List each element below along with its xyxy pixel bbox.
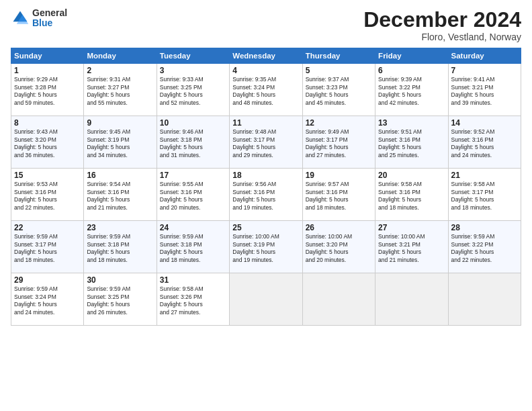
day-detail: Sunrise: 9:52 AM Sunset: 3:16 PM Dayligh… — [451, 128, 518, 159]
day-number: 15 — [14, 171, 81, 180]
day-cell: 17Sunrise: 9:55 AM Sunset: 3:16 PM Dayli… — [157, 169, 229, 221]
day-number: 4 — [232, 66, 299, 75]
day-number: 9 — [87, 118, 153, 128]
day-number: 22 — [14, 223, 81, 232]
week-row-1: 1Sunrise: 9:29 AM Sunset: 3:28 PM Daylig… — [11, 64, 521, 116]
day-cell — [448, 273, 521, 326]
day-detail: Sunrise: 9:37 AM Sunset: 3:23 PM Dayligh… — [306, 76, 372, 107]
week-row-3: 15Sunrise: 9:53 AM Sunset: 3:16 PM Dayli… — [11, 169, 521, 221]
day-cell: 16Sunrise: 9:54 AM Sunset: 3:16 PM Dayli… — [84, 169, 157, 221]
day-cell: 26Sunrise: 10:00 AM Sunset: 3:20 PM Dayl… — [302, 221, 375, 273]
day-number: 13 — [378, 118, 445, 128]
header: General Blue December 2024 Floro, Vestla… — [11, 8, 521, 42]
day-number: 21 — [451, 171, 518, 180]
day-detail: Sunrise: 9:53 AM Sunset: 3:16 PM Dayligh… — [14, 181, 81, 212]
day-number: 30 — [87, 275, 153, 285]
day-number: 14 — [451, 118, 518, 128]
day-detail: Sunrise: 10:00 AM Sunset: 3:21 PM Daylig… — [378, 233, 445, 264]
page: General Blue December 2024 Floro, Vestla… — [0, 0, 532, 411]
col-header-tuesday: Tuesday — [157, 48, 229, 64]
day-detail: Sunrise: 10:00 AM Sunset: 3:19 PM Daylig… — [232, 233, 299, 264]
day-detail: Sunrise: 9:35 AM Sunset: 3:24 PM Dayligh… — [232, 76, 299, 107]
day-cell — [230, 273, 302, 326]
day-detail: Sunrise: 9:59 AM Sunset: 3:22 PM Dayligh… — [451, 233, 518, 264]
day-detail: Sunrise: 9:29 AM Sunset: 3:28 PM Dayligh… — [14, 76, 81, 107]
day-cell: 3Sunrise: 9:33 AM Sunset: 3:25 PM Daylig… — [157, 64, 229, 116]
day-number: 6 — [378, 66, 445, 75]
day-detail: Sunrise: 9:39 AM Sunset: 3:22 PM Dayligh… — [378, 76, 445, 107]
day-cell: 20Sunrise: 9:58 AM Sunset: 3:16 PM Dayli… — [375, 169, 448, 221]
day-cell: 7Sunrise: 9:41 AM Sunset: 3:21 PM Daylig… — [448, 64, 521, 116]
day-cell: 12Sunrise: 9:49 AM Sunset: 3:17 PM Dayli… — [302, 116, 375, 169]
day-number: 1 — [14, 66, 81, 75]
day-detail: Sunrise: 9:58 AM Sunset: 3:26 PM Dayligh… — [160, 285, 226, 316]
day-number: 2 — [87, 66, 153, 75]
week-row-5: 29Sunrise: 9:59 AM Sunset: 3:24 PM Dayli… — [11, 273, 521, 326]
day-cell: 22Sunrise: 9:59 AM Sunset: 3:17 PM Dayli… — [11, 221, 84, 273]
col-header-sunday: Sunday — [11, 48, 84, 64]
logo-icon — [11, 9, 30, 28]
col-header-thursday: Thursday — [302, 48, 375, 64]
day-number: 17 — [160, 171, 226, 180]
col-header-monday: Monday — [84, 48, 157, 64]
day-cell: 19Sunrise: 9:57 AM Sunset: 3:16 PM Dayli… — [302, 169, 375, 221]
day-cell: 24Sunrise: 9:59 AM Sunset: 3:18 PM Dayli… — [157, 221, 229, 273]
day-detail: Sunrise: 9:55 AM Sunset: 3:16 PM Dayligh… — [160, 181, 226, 212]
calendar-table: SundayMondayTuesdayWednesdayThursdayFrid… — [11, 48, 521, 326]
day-number: 16 — [87, 171, 153, 180]
day-cell: 28Sunrise: 9:59 AM Sunset: 3:22 PM Dayli… — [448, 221, 521, 273]
day-detail: Sunrise: 10:00 AM Sunset: 3:20 PM Daylig… — [306, 233, 372, 264]
day-detail: Sunrise: 9:41 AM Sunset: 3:21 PM Dayligh… — [451, 76, 518, 107]
day-cell: 30Sunrise: 9:59 AM Sunset: 3:25 PM Dayli… — [84, 273, 157, 326]
day-cell: 23Sunrise: 9:59 AM Sunset: 3:18 PM Dayli… — [84, 221, 157, 273]
day-cell: 11Sunrise: 9:48 AM Sunset: 3:17 PM Dayli… — [230, 116, 302, 169]
day-cell: 10Sunrise: 9:46 AM Sunset: 3:18 PM Dayli… — [157, 116, 229, 169]
day-cell: 1Sunrise: 9:29 AM Sunset: 3:28 PM Daylig… — [11, 64, 84, 116]
day-number: 5 — [306, 66, 372, 75]
day-detail: Sunrise: 9:51 AM Sunset: 3:16 PM Dayligh… — [378, 128, 445, 159]
week-row-2: 8Sunrise: 9:43 AM Sunset: 3:20 PM Daylig… — [11, 116, 521, 169]
day-detail: Sunrise: 9:59 AM Sunset: 3:18 PM Dayligh… — [160, 233, 226, 264]
day-number: 31 — [160, 275, 226, 285]
day-detail: Sunrise: 9:59 AM Sunset: 3:25 PM Dayligh… — [87, 285, 153, 316]
day-cell — [375, 273, 448, 326]
day-cell: 2Sunrise: 9:31 AM Sunset: 3:27 PM Daylig… — [84, 64, 157, 116]
day-cell: 14Sunrise: 9:52 AM Sunset: 3:16 PM Dayli… — [448, 116, 521, 169]
day-cell: 5Sunrise: 9:37 AM Sunset: 3:23 PM Daylig… — [302, 64, 375, 116]
col-header-friday: Friday — [375, 48, 448, 64]
day-cell: 4Sunrise: 9:35 AM Sunset: 3:24 PM Daylig… — [230, 64, 302, 116]
day-number: 7 — [451, 66, 518, 75]
day-cell: 15Sunrise: 9:53 AM Sunset: 3:16 PM Dayli… — [11, 169, 84, 221]
day-number: 20 — [378, 171, 445, 180]
day-number: 10 — [160, 118, 226, 128]
day-detail: Sunrise: 9:59 AM Sunset: 3:17 PM Dayligh… — [14, 233, 81, 264]
logo-blue-text: Blue — [32, 18, 67, 28]
day-detail: Sunrise: 9:59 AM Sunset: 3:18 PM Dayligh… — [87, 233, 153, 264]
header-row: SundayMondayTuesdayWednesdayThursdayFrid… — [11, 48, 521, 64]
day-detail: Sunrise: 9:43 AM Sunset: 3:20 PM Dayligh… — [14, 128, 81, 159]
day-detail: Sunrise: 9:57 AM Sunset: 3:16 PM Dayligh… — [306, 181, 372, 212]
day-cell: 18Sunrise: 9:56 AM Sunset: 3:16 PM Dayli… — [230, 169, 302, 221]
day-number: 26 — [306, 223, 372, 232]
day-detail: Sunrise: 9:59 AM Sunset: 3:24 PM Dayligh… — [14, 285, 81, 316]
logo: General Blue — [11, 8, 67, 29]
day-cell — [302, 273, 375, 326]
day-number: 23 — [87, 223, 153, 232]
day-number: 19 — [306, 171, 372, 180]
logo-general-text: General — [32, 8, 67, 18]
day-number: 29 — [14, 275, 81, 285]
day-detail: Sunrise: 9:56 AM Sunset: 3:16 PM Dayligh… — [232, 181, 299, 212]
day-detail: Sunrise: 9:49 AM Sunset: 3:17 PM Dayligh… — [306, 128, 372, 159]
day-detail: Sunrise: 9:58 AM Sunset: 3:17 PM Dayligh… — [451, 181, 518, 212]
day-cell: 31Sunrise: 9:58 AM Sunset: 3:26 PM Dayli… — [157, 273, 229, 326]
day-number: 18 — [232, 171, 299, 180]
day-cell: 8Sunrise: 9:43 AM Sunset: 3:20 PM Daylig… — [11, 116, 84, 169]
day-number: 3 — [160, 66, 226, 75]
day-cell: 29Sunrise: 9:59 AM Sunset: 3:24 PM Dayli… — [11, 273, 84, 326]
day-detail: Sunrise: 9:48 AM Sunset: 3:17 PM Dayligh… — [232, 128, 299, 159]
day-detail: Sunrise: 9:45 AM Sunset: 3:19 PM Dayligh… — [87, 128, 153, 159]
day-detail: Sunrise: 9:31 AM Sunset: 3:27 PM Dayligh… — [87, 76, 153, 107]
day-number: 11 — [232, 118, 299, 128]
day-detail: Sunrise: 9:58 AM Sunset: 3:16 PM Dayligh… — [378, 181, 445, 212]
col-header-wednesday: Wednesday — [230, 48, 302, 64]
